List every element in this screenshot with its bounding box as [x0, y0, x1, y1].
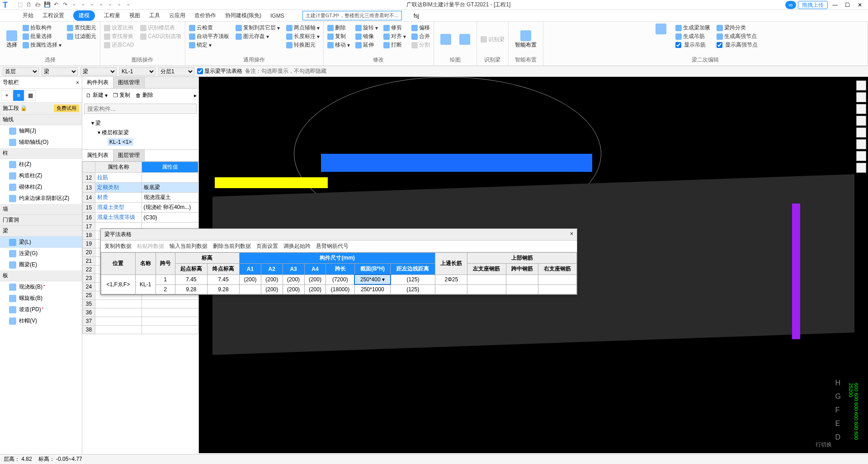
- cat-column[interactable]: 柱: [0, 148, 82, 159]
- qat-icon[interactable]: 💾: [43, 1, 51, 9]
- smart-layout[interactable]: 智能布置: [511, 30, 540, 49]
- view-tool-icon[interactable]: [856, 80, 866, 90]
- menu-igms[interactable]: IGMS: [270, 13, 284, 19]
- gen-haunch[interactable]: 生成梁加腋: [675, 24, 711, 32]
- qat-icon[interactable]: ▫: [98, 1, 105, 9]
- draw-rect[interactable]: [456, 24, 474, 55]
- tree-item[interactable]: KL-1 <1>: [85, 137, 196, 147]
- navitem-ring-beam[interactable]: 圈梁(E): [0, 259, 82, 270]
- show-hanger[interactable]: 显示吊筋: [675, 41, 711, 49]
- prop-name[interactable]: 定额类别: [95, 183, 142, 193]
- element-save[interactable]: 图元存盘 ▾: [235, 32, 281, 41]
- filter-element[interactable]: 过滤图元: [66, 32, 97, 41]
- floor-select[interactable]: 首层: [3, 67, 39, 76]
- menu-cloud[interactable]: 云应用: [169, 12, 185, 19]
- convert-element[interactable]: 转换图元: [285, 41, 321, 49]
- maximize-button[interactable]: ☐: [842, 2, 853, 8]
- view-tool-icon[interactable]: [856, 151, 866, 161]
- show-joint[interactable]: 显示高强节点: [716, 41, 759, 49]
- menu-settings[interactable]: 工程设置: [42, 12, 64, 19]
- align[interactable]: 对齐 ▾: [382, 32, 407, 41]
- delete-col-data[interactable]: 删除当前列数据: [213, 242, 251, 250]
- tab-layermgr[interactable]: 图层管理: [113, 150, 145, 161]
- navitem-auxaxis[interactable]: 辅助轴线(O): [0, 137, 82, 148]
- mirror[interactable]: 镜像: [354, 32, 379, 41]
- tab-drawings[interactable]: 图纸管理: [113, 77, 145, 88]
- copy-to-floor[interactable]: 复制到其它层 ▾: [235, 24, 281, 32]
- nav-list-icon[interactable]: ≡: [13, 90, 24, 101]
- qat-icon[interactable]: ↷: [61, 1, 69, 9]
- rotate[interactable]: 旋转 ▾: [354, 24, 379, 32]
- extend[interactable]: 延伸: [354, 41, 379, 49]
- new-button[interactable]: 🗋 新建 ▾: [84, 90, 109, 100]
- gen-joint[interactable]: 生成高强节点: [716, 32, 759, 41]
- tab-proplist[interactable]: 属性列表: [82, 150, 113, 161]
- menu-view[interactable]: 视图: [129, 12, 140, 19]
- swap-start-span[interactable]: 调换起始跨: [283, 242, 311, 250]
- view-switch[interactable]: 行切换: [816, 441, 832, 449]
- cat-wall[interactable]: 墙: [0, 204, 82, 215]
- beam-table-panel[interactable]: 梁平法表格 × 复制跨数据 粘贴跨数据 输入当前列数据 删除当前列数据 页面设置…: [100, 228, 577, 295]
- navitem-column[interactable]: 柱(Z): [0, 159, 82, 170]
- qat-icon[interactable]: ▫: [89, 1, 96, 9]
- prop-name[interactable]: 拉筋: [95, 173, 142, 183]
- cat-beam[interactable]: 梁: [0, 226, 82, 237]
- navitem-colcap[interactable]: 柱帽(V): [0, 315, 82, 327]
- two-point-axis[interactable]: 两点辅轴 ▾: [285, 24, 321, 32]
- trial-badge[interactable]: 免费试用: [54, 104, 79, 112]
- minimize-button[interactable]: —: [830, 2, 840, 8]
- delete[interactable]: 删除: [326, 24, 351, 32]
- qat-icon[interactable]: ▫: [71, 1, 78, 9]
- trim[interactable]: 修剪: [382, 24, 407, 32]
- component-select[interactable]: KL-1: [119, 67, 156, 76]
- menu-model[interactable]: 建模: [73, 10, 95, 21]
- menu-quantity[interactable]: 工程量: [104, 12, 120, 19]
- navitem-masonrycolumn[interactable]: 砌体柱(Z): [0, 181, 82, 193]
- upload-button[interactable]: 拖拽上传: [798, 1, 828, 9]
- qat-icon[interactable]: 🗁: [34, 1, 42, 9]
- category-select[interactable]: 梁: [42, 67, 78, 76]
- break[interactable]: 打断: [382, 41, 407, 49]
- view-tool-icon[interactable]: [856, 92, 866, 102]
- menu-price[interactable]: 造价协作: [194, 12, 216, 19]
- page-setup[interactable]: 页面设置: [256, 242, 278, 250]
- panel-close-icon[interactable]: ×: [570, 231, 573, 238]
- menu-collab[interactable]: 协同建模(限免): [225, 12, 261, 19]
- cat-door[interactable]: 门窗洞: [0, 215, 82, 226]
- menu-tool[interactable]: 工具: [149, 12, 160, 19]
- find-element[interactable]: 查找图元: [66, 24, 97, 32]
- tree-lvl2[interactable]: ▾ 楼层框架梁: [85, 128, 196, 137]
- length-dim[interactable]: 长度标注 ▾: [285, 32, 321, 41]
- lock[interactable]: 锁定 ▾: [188, 41, 230, 49]
- edit-icon[interactable]: [652, 24, 670, 34]
- nav-close-icon[interactable]: ×: [76, 80, 79, 86]
- show-table-checkbox[interactable]: 显示梁平法表格: [197, 67, 242, 75]
- cantilever-code[interactable]: 悬臂钢筋代号: [316, 242, 349, 250]
- delete-button[interactable]: 🗑 删除: [134, 90, 155, 100]
- tree-root[interactable]: ▾ 梁: [85, 118, 196, 128]
- navitem-coupling-beam[interactable]: 连梁(G): [0, 248, 82, 259]
- nav-grid-icon[interactable]: ▦: [25, 90, 36, 101]
- auto-level[interactable]: 自动平齐顶板: [188, 32, 230, 41]
- qat-icon[interactable]: ▫: [80, 1, 87, 9]
- view-tool-icon[interactable]: [856, 128, 866, 137]
- cloud-icon[interactable]: ∞: [785, 1, 797, 9]
- copy[interactable]: 复制: [326, 32, 351, 41]
- qat-icon[interactable]: ▫: [125, 1, 132, 9]
- search-hint[interactable]: 土建计量GTJ中，整楼图元三维查看时不...: [302, 11, 402, 20]
- copy-button[interactable]: ❐ 复制: [111, 90, 132, 100]
- more-icon[interactable]: ▸: [194, 92, 197, 99]
- input-col-data[interactable]: 输入当前列数据: [170, 242, 208, 250]
- tab-complist[interactable]: 构件列表: [82, 77, 113, 88]
- navitem-boundary[interactable]: 约束边缘非阴影区(Z): [0, 193, 82, 204]
- username[interactable]: fsj: [414, 13, 419, 19]
- view-tool-icon[interactable]: [856, 163, 866, 173]
- merge[interactable]: 合并: [410, 32, 431, 41]
- select-by-attr[interactable]: 按属性选择 ▾: [22, 41, 62, 49]
- offset[interactable]: 偏移: [410, 24, 431, 32]
- nav-add-icon[interactable]: +: [1, 90, 12, 101]
- cat-slab[interactable]: 板: [0, 270, 82, 281]
- qat-icon[interactable]: 🗋: [25, 1, 33, 9]
- cloud-check[interactable]: 云检查: [188, 24, 230, 32]
- prop-name[interactable]: 混凝土强度等级: [95, 213, 142, 223]
